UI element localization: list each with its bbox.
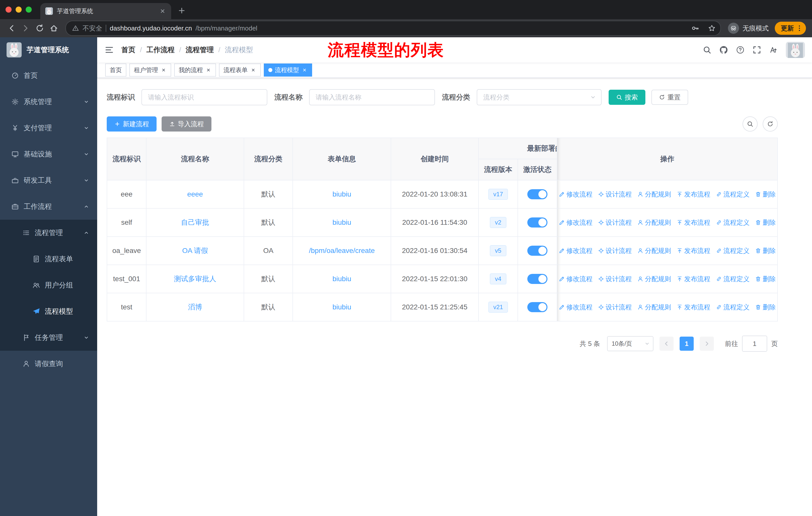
breadcrumb-item[interactable]: 工作流程 [146, 45, 175, 55]
action-modify-link[interactable]: 修改流程 [559, 275, 592, 283]
action-publish-link[interactable]: 发布流程 [676, 218, 710, 227]
action-delete-link[interactable]: 删除 [755, 275, 776, 283]
sidebar-item-task-management[interactable]: 任务管理 [0, 325, 97, 351]
sidebar-item-infrastructure[interactable]: 基础设施 [0, 141, 97, 167]
sidebar-item-payment-management[interactable]: 支付管理 [0, 115, 97, 141]
version-tag[interactable]: v17 [488, 189, 508, 200]
create-process-button[interactable]: 新建流程 [107, 116, 156, 132]
action-delete-link[interactable]: 删除 [755, 303, 776, 312]
sidebar-item-process-form[interactable]: 流程表单 [0, 246, 97, 272]
goto-page-input[interactable] [742, 335, 767, 352]
view-tag-tenant-management[interactable]: 租户管理 [129, 63, 171, 77]
version-tag[interactable]: v4 [490, 273, 506, 284]
version-tag[interactable]: v21 [488, 302, 508, 313]
action-assign-rules-link[interactable]: 分配规则 [637, 275, 671, 283]
action-delete-link[interactable]: 删除 [755, 190, 776, 199]
action-design-link[interactable]: 设计流程 [598, 246, 632, 255]
minimize-window-button[interactable] [16, 6, 22, 12]
view-tag-process-form[interactable]: 流程表单 [219, 63, 261, 77]
process-name-link[interactable]: eeee [187, 190, 203, 198]
home-icon[interactable] [47, 22, 60, 35]
view-tag-my-process[interactable]: 我的流程 [174, 63, 216, 77]
active-toggle[interactable] [527, 189, 547, 199]
sidebar-item-home[interactable]: 首页 [0, 62, 97, 89]
action-assign-rules-link[interactable]: 分配规则 [637, 190, 671, 199]
action-modify-link[interactable]: 修改流程 [559, 218, 592, 227]
avatar[interactable] [786, 42, 805, 58]
sidebar-item-user-group[interactable]: 用户分组 [0, 272, 97, 298]
sidebar-item-system-management[interactable]: 系统管理 [0, 89, 97, 115]
close-tab-icon[interactable] [159, 7, 166, 15]
not-secure-warning-icon[interactable] [72, 25, 79, 32]
action-design-link[interactable]: 设计流程 [598, 275, 632, 283]
action-design-link[interactable]: 设计流程 [598, 218, 632, 227]
active-toggle[interactable] [527, 302, 547, 312]
action-publish-link[interactable]: 发布流程 [676, 190, 710, 199]
menu-dots-icon[interactable] [795, 24, 804, 33]
sidebar-item-leave-query[interactable]: 请假查询 [0, 351, 97, 377]
action-delete-link[interactable]: 删除 [755, 218, 776, 227]
view-tag-process-model[interactable]: 流程模型 [264, 63, 312, 77]
process-name-input[interactable] [309, 89, 435, 105]
sidebar-item-dev-tools[interactable]: 研发工具 [0, 167, 97, 193]
process-name-link[interactable]: 测试多审批人 [174, 275, 216, 283]
action-modify-link[interactable]: 修改流程 [559, 303, 592, 312]
form-info-link[interactable]: biubiu [332, 190, 351, 198]
version-tag[interactable]: v2 [490, 217, 506, 228]
action-definition-link[interactable]: 流程定义 [716, 218, 750, 227]
action-design-link[interactable]: 设计流程 [598, 303, 632, 312]
address-bar[interactable]: 不安全 dashboard.yudao.iocoder.cn /bpm/mana… [65, 21, 721, 36]
action-assign-rules-link[interactable]: 分配规则 [637, 303, 671, 312]
search-icon[interactable] [703, 46, 711, 54]
process-name-link[interactable]: OA 请假 [182, 247, 208, 254]
action-definition-link[interactable]: 流程定义 [716, 190, 750, 199]
toggle-search-button[interactable] [743, 116, 758, 132]
version-tag[interactable]: v5 [490, 245, 506, 256]
browser-tab[interactable]: 芋道管理系统 [40, 3, 171, 19]
page-size-select[interactable]: 10条/页 [607, 336, 654, 351]
sidebar-item-process-management[interactable]: 流程管理 [0, 220, 97, 246]
new-tab-button[interactable] [177, 6, 186, 15]
help-icon[interactable] [736, 46, 745, 54]
hamburger-icon[interactable] [105, 45, 114, 54]
action-assign-rules-link[interactable]: 分配规则 [637, 218, 671, 227]
close-icon[interactable] [161, 67, 167, 73]
category-select[interactable]: 流程分类 [477, 89, 602, 105]
action-definition-link[interactable]: 流程定义 [716, 303, 750, 312]
font-size-icon[interactable] [769, 46, 778, 54]
active-toggle[interactable] [527, 217, 547, 227]
reset-button[interactable]: 重置 [651, 90, 688, 105]
process-name-link[interactable]: 自己审批 [181, 218, 209, 226]
prev-page-button[interactable] [660, 336, 673, 351]
next-page-button[interactable] [700, 336, 714, 351]
action-publish-link[interactable]: 发布流程 [676, 303, 710, 312]
form-info-link[interactable]: /bpm/oa/leave/create [309, 247, 375, 254]
close-icon[interactable] [301, 67, 308, 73]
process-name-link[interactable]: 滔博 [188, 303, 202, 311]
refresh-table-button[interactable] [763, 116, 778, 132]
action-assign-rules-link[interactable]: 分配规则 [637, 246, 671, 255]
close-icon[interactable] [205, 67, 211, 73]
github-icon[interactable] [719, 46, 728, 54]
breadcrumb-item[interactable]: 流程管理 [186, 45, 214, 55]
form-info-link[interactable]: biubiu [332, 303, 351, 311]
action-definition-link[interactable]: 流程定义 [716, 275, 750, 283]
page-number-button[interactable]: 1 [679, 336, 694, 351]
active-toggle[interactable] [527, 274, 547, 284]
close-window-button[interactable] [5, 6, 11, 12]
action-modify-link[interactable]: 修改流程 [559, 190, 592, 199]
form-info-link[interactable]: biubiu [332, 218, 351, 226]
view-tag-home[interactable]: 首页 [105, 63, 126, 77]
action-publish-link[interactable]: 发布流程 [676, 275, 710, 283]
form-info-link[interactable]: biubiu [332, 275, 351, 283]
back-icon[interactable] [5, 22, 18, 35]
action-delete-link[interactable]: 删除 [755, 246, 776, 255]
reload-icon[interactable] [33, 22, 46, 35]
action-definition-link[interactable]: 流程定义 [716, 246, 750, 255]
fullscreen-icon[interactable] [753, 46, 761, 54]
forward-icon[interactable] [19, 22, 32, 35]
update-browser-button[interactable]: 更新 [775, 22, 806, 35]
action-modify-link[interactable]: 修改流程 [559, 246, 592, 255]
import-process-button[interactable]: 导入流程 [162, 116, 211, 132]
app-logo[interactable]: 芋道管理系统 [0, 37, 97, 62]
